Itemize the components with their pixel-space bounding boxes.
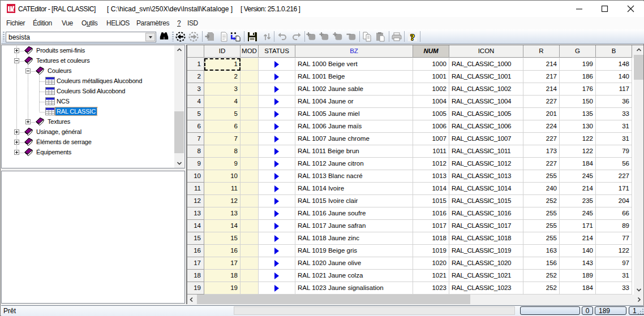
svg-text:?: ? (410, 33, 415, 42)
